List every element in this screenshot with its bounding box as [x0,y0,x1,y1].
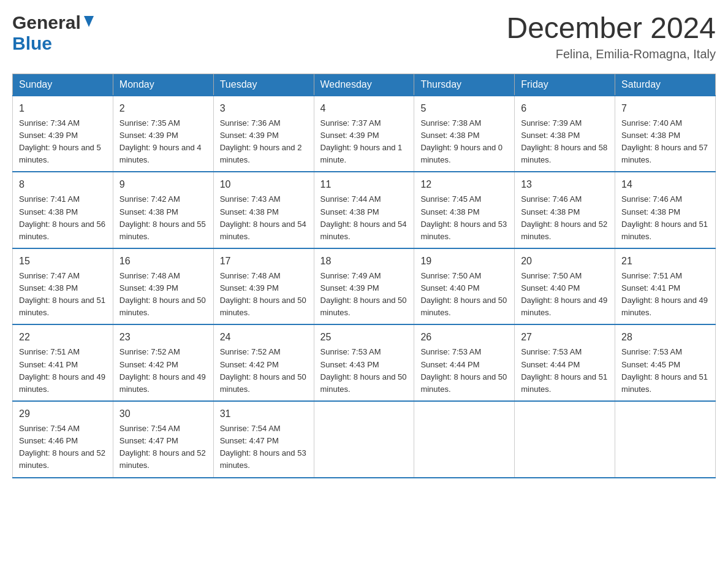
day-info: Sunrise: 7:47 AM Sunset: 4:38 PM Dayligh… [19,270,107,320]
calendar-cell: 16 Sunrise: 7:48 AM Sunset: 4:39 PM Dayl… [113,248,213,325]
sunset-label: Sunset: 4:46 PM [19,436,78,445]
calendar-week-row: 8 Sunrise: 7:41 AM Sunset: 4:38 PM Dayli… [13,172,716,248]
day-number: 28 [621,330,709,345]
calendar-cell: 2 Sunrise: 7:35 AM Sunset: 4:39 PM Dayli… [113,96,213,172]
daylight-label: Daylight: 8 hours and 52 minutes. [521,220,607,241]
day-info: Sunrise: 7:52 AM Sunset: 4:42 PM Dayligh… [119,346,207,396]
sunset-label: Sunset: 4:42 PM [119,360,178,369]
calendar-cell: 15 Sunrise: 7:47 AM Sunset: 4:38 PM Dayl… [13,248,113,325]
day-number: 7 [621,101,709,116]
sunset-label: Sunset: 4:44 PM [420,360,479,369]
svg-marker-0 [84,16,94,27]
calendar-cell: 10 Sunrise: 7:43 AM Sunset: 4:38 PM Dayl… [213,172,314,248]
daylight-label: Daylight: 8 hours and 56 minutes. [19,220,105,241]
sunrise-label: Sunrise: 7:50 AM [521,271,582,280]
daylight-label: Daylight: 9 hours and 2 minutes. [220,143,302,164]
daylight-label: Daylight: 8 hours and 58 minutes. [521,143,607,164]
sunset-label: Sunset: 4:40 PM [420,283,479,293]
col-header-saturday: Saturday [615,74,716,96]
day-number: 4 [320,101,408,116]
day-number: 17 [220,254,308,269]
sunrise-label: Sunrise: 7:48 AM [119,271,180,280]
daylight-label: Daylight: 8 hours and 50 minutes. [420,296,507,317]
calendar-cell: 1 Sunrise: 7:34 AM Sunset: 4:39 PM Dayli… [13,96,113,172]
daylight-label: Daylight: 8 hours and 49 minutes. [521,296,607,317]
sunset-label: Sunset: 4:39 PM [320,283,379,293]
daylight-label: Daylight: 9 hours and 1 minute. [320,143,403,164]
sunrise-label: Sunrise: 7:53 AM [521,347,582,356]
calendar-cell [515,401,615,478]
sunset-label: Sunset: 4:38 PM [320,207,379,216]
sunset-label: Sunset: 4:38 PM [521,131,580,140]
daylight-label: Daylight: 9 hours and 0 minutes. [420,143,502,164]
sunrise-label: Sunrise: 7:45 AM [420,194,481,204]
sunset-label: Sunset: 4:44 PM [521,360,580,369]
sunset-label: Sunset: 4:41 PM [19,360,78,369]
logo-triangle-icon [83,15,95,28]
daylight-label: Daylight: 8 hours and 51 minutes. [621,220,708,241]
day-number: 11 [320,177,408,192]
day-info: Sunrise: 7:46 AM Sunset: 4:38 PM Dayligh… [621,193,709,243]
day-number: 31 [220,407,308,421]
calendar-cell: 22 Sunrise: 7:51 AM Sunset: 4:41 PM Dayl… [13,324,113,401]
sunset-label: Sunset: 4:42 PM [220,360,279,369]
day-number: 6 [521,101,609,116]
calendar-week-row: 29 Sunrise: 7:54 AM Sunset: 4:46 PM Dayl… [13,401,716,478]
calendar-week-row: 22 Sunrise: 7:51 AM Sunset: 4:41 PM Dayl… [13,324,716,401]
calendar-cell: 7 Sunrise: 7:40 AM Sunset: 4:38 PM Dayli… [615,96,716,172]
calendar-cell: 30 Sunrise: 7:54 AM Sunset: 4:47 PM Dayl… [113,401,213,478]
sunset-label: Sunset: 4:45 PM [621,360,680,369]
sunrise-label: Sunrise: 7:44 AM [320,194,381,204]
sunset-label: Sunset: 4:40 PM [521,283,580,293]
sunset-label: Sunset: 4:47 PM [220,436,279,445]
sunset-label: Sunset: 4:39 PM [119,283,178,293]
day-info: Sunrise: 7:43 AM Sunset: 4:38 PM Dayligh… [220,193,308,243]
day-number: 26 [420,330,508,345]
day-info: Sunrise: 7:34 AM Sunset: 4:39 PM Dayligh… [19,117,107,167]
sunrise-label: Sunrise: 7:52 AM [119,347,180,356]
calendar-cell: 12 Sunrise: 7:45 AM Sunset: 4:38 PM Dayl… [414,172,515,248]
daylight-label: Daylight: 8 hours and 54 minutes. [320,220,407,241]
logo-blue-text: Blue [12,33,52,53]
sunrise-label: Sunrise: 7:54 AM [119,424,180,433]
sunset-label: Sunset: 4:39 PM [19,131,78,140]
day-number: 13 [521,177,609,192]
day-number: 22 [19,330,107,345]
sunrise-label: Sunrise: 7:38 AM [420,118,481,128]
day-info: Sunrise: 7:53 AM Sunset: 4:43 PM Dayligh… [320,346,408,396]
calendar-cell: 24 Sunrise: 7:52 AM Sunset: 4:42 PM Dayl… [213,324,314,401]
day-number: 9 [119,177,207,192]
sunset-label: Sunset: 4:39 PM [220,131,279,140]
logo: General Blue [12,12,95,54]
sunrise-label: Sunrise: 7:37 AM [320,118,381,128]
sunrise-label: Sunrise: 7:47 AM [19,271,80,280]
sunset-label: Sunset: 4:38 PM [19,207,78,216]
sunset-label: Sunset: 4:41 PM [621,283,680,293]
daylight-label: Daylight: 9 hours and 5 minutes. [19,143,101,164]
day-info: Sunrise: 7:44 AM Sunset: 4:38 PM Dayligh… [320,193,408,243]
day-info: Sunrise: 7:49 AM Sunset: 4:39 PM Dayligh… [320,270,408,320]
day-number: 29 [19,407,107,421]
calendar-header-row: SundayMondayTuesdayWednesdayThursdayFrid… [13,74,716,96]
col-header-friday: Friday [515,74,615,96]
sunrise-label: Sunrise: 7:48 AM [220,271,281,280]
calendar-cell: 31 Sunrise: 7:54 AM Sunset: 4:47 PM Dayl… [213,401,314,478]
calendar-subtitle: Felina, Emilia-Romagna, Italy [506,47,716,61]
daylight-label: Daylight: 8 hours and 54 minutes. [220,220,306,241]
sunrise-label: Sunrise: 7:53 AM [420,347,481,356]
sunset-label: Sunset: 4:38 PM [521,207,580,216]
calendar-cell: 11 Sunrise: 7:44 AM Sunset: 4:38 PM Dayl… [314,172,414,248]
daylight-label: Daylight: 8 hours and 51 minutes. [621,372,708,394]
sunset-label: Sunset: 4:38 PM [119,207,178,216]
sunset-label: Sunset: 4:38 PM [220,207,279,216]
sunset-label: Sunset: 4:38 PM [621,131,680,140]
sunset-label: Sunset: 4:39 PM [119,131,178,140]
calendar-cell: 25 Sunrise: 7:53 AM Sunset: 4:43 PM Dayl… [314,324,414,401]
day-number: 24 [220,330,308,345]
day-info: Sunrise: 7:51 AM Sunset: 4:41 PM Dayligh… [621,270,709,320]
col-header-thursday: Thursday [414,74,515,96]
sunrise-label: Sunrise: 7:54 AM [19,424,80,433]
sunrise-label: Sunrise: 7:51 AM [19,347,80,356]
day-number: 2 [119,101,207,116]
col-header-tuesday: Tuesday [213,74,314,96]
